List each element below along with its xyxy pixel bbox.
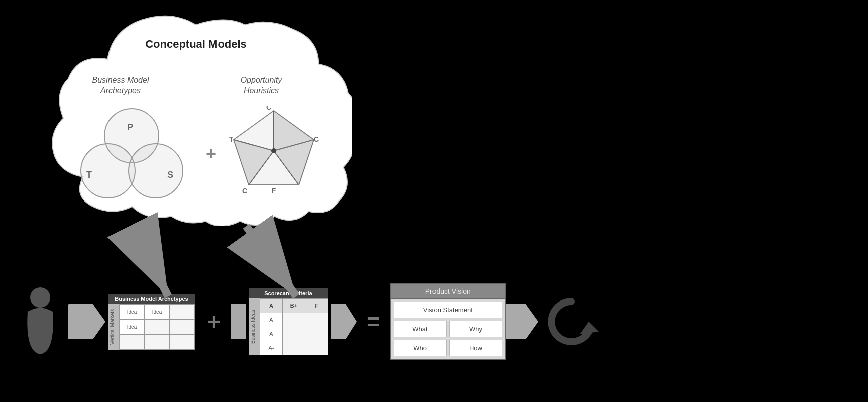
pv-cell-what: What — [394, 321, 447, 337]
bma-table-container: Business Model Archetypes Vertical Marke… — [108, 294, 195, 350]
venn-label-p: P — [127, 122, 133, 133]
product-vision-header: Product Vision — [391, 284, 505, 299]
table-row: A B+ F — [260, 298, 328, 313]
venn-diagram: P T S — [75, 108, 191, 209]
person-silhouette — [20, 286, 60, 357]
svg-text:F: F — [272, 187, 276, 195]
table-row: Idea — [120, 319, 195, 334]
table-row: A- — [260, 341, 328, 355]
table-row — [120, 334, 195, 349]
svg-text:T: T — [229, 135, 234, 143]
svg-point-15 — [30, 287, 50, 308]
pv-cell-why: Why — [449, 321, 502, 337]
person-svg — [20, 286, 60, 357]
bma-table: Idea Idea Idea — [119, 304, 195, 350]
left-arrow-band — [68, 304, 105, 339]
svg-point-14 — [271, 148, 276, 153]
flow-area: Business Model Archetypes Vertical Marke… — [20, 266, 848, 377]
bma-table-header: Business Model Archetypes — [108, 294, 195, 304]
radar-svg: C C F C T — [229, 106, 319, 198]
scorecard-table: A B+ F A A A- — [260, 298, 328, 355]
oh-cloud-label: Opportunity Heuristics — [221, 75, 301, 96]
middle-arrow-band — [231, 304, 246, 339]
product-vision-grid: What Why Who How — [391, 318, 505, 359]
venn-label-s: S — [167, 170, 173, 180]
refresh-svg — [544, 294, 599, 349]
bma-table-wrapper: Vertical Markets Idea Idea Idea — [108, 304, 195, 350]
venn-circle-bottom-right — [128, 143, 183, 198]
plus-sign-1: + — [207, 308, 221, 335]
cloud-section: Conceptual Models Business Model Archety… — [40, 10, 352, 241]
venn-label-t: T — [86, 170, 92, 180]
pv-cell-who: Who — [394, 340, 447, 356]
svg-marker-16 — [580, 322, 599, 334]
scorecard-container: Scorecard Criteria Business Ideas A B+ F… — [249, 288, 328, 355]
table-row: Idea Idea — [120, 304, 195, 319]
main-container: Conceptual Models Business Model Archety… — [0, 0, 868, 402]
table-row: A — [260, 327, 328, 341]
scorecard-vertical-label: Business Ideas — [249, 298, 260, 355]
svg-text:C: C — [314, 135, 319, 143]
equals-sign: = — [367, 308, 380, 335]
product-vision-container: Product Vision Vision Statement What Why… — [390, 283, 506, 360]
scorecard-wrapper: Business Ideas A B+ F A A — [249, 298, 328, 355]
scorecard-right-band — [331, 304, 357, 339]
cloud-label: Conceptual Models — [145, 38, 247, 51]
refresh-icon — [544, 294, 599, 349]
svg-text:C: C — [242, 187, 247, 195]
bma-vertical-label: Vertical Markets — [108, 304, 119, 350]
table-row: A — [260, 313, 328, 327]
svg-text:C: C — [266, 106, 271, 111]
radar-diagram: C C F C T — [229, 106, 319, 198]
pv-right-arrow — [506, 304, 538, 339]
scorecard-header: Scorecard Criteria — [249, 288, 328, 298]
vision-statement-cell: Vision Statement — [394, 301, 502, 318]
bma-cloud-label: Business Model Archetypes — [80, 75, 161, 96]
cloud-plus: + — [206, 143, 216, 164]
pv-cell-how: How — [449, 340, 502, 356]
